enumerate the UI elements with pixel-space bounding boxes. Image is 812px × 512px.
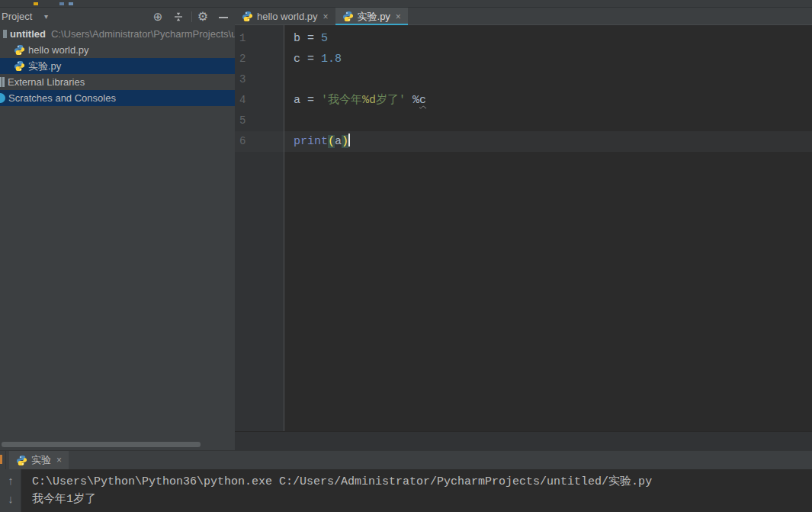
text-cursor xyxy=(348,134,350,147)
editor-area: hello world.py×实验.py× 123456 b = 5c = 1.… xyxy=(235,8,812,450)
code-token: b = xyxy=(294,32,321,45)
python-icon xyxy=(13,60,25,72)
console-output: C:\Users\Python\Python36\python.exe C:/U… xyxy=(32,473,812,508)
code-line-2[interactable]: c = 1.8 xyxy=(284,49,812,69)
code-token: c = xyxy=(294,53,321,66)
line-number: 6 xyxy=(235,131,284,152)
editor-tab-bar: hello world.py×实验.py× xyxy=(235,8,812,25)
console-gutter: ↑ ↓ xyxy=(0,469,21,512)
toolbar-remnant-icon xyxy=(34,2,38,5)
tree-item-hello world.py[interactable]: hello world.py xyxy=(0,42,235,58)
run-tool-window: 实验 × ↑ ↓ C:\Users\Python\Python36\python… xyxy=(0,450,812,512)
tree-item-label: Scratches and Consoles xyxy=(8,90,116,106)
down-arrow-icon[interactable]: ↓ xyxy=(0,492,21,505)
line-number: 4 xyxy=(235,90,284,111)
python-icon xyxy=(13,44,25,56)
scratches-icon xyxy=(0,93,5,103)
code-token: % xyxy=(406,94,419,107)
tab-label: 实验.py xyxy=(358,10,390,24)
tree-item-label: untitled xyxy=(10,26,46,42)
code-token: ( xyxy=(328,135,335,148)
gear-icon[interactable]: ⚙ xyxy=(195,9,210,24)
tree-item-External Libraries[interactable]: External Libraries xyxy=(0,74,235,90)
run-tab[interactable]: 实验 × xyxy=(9,451,69,469)
run-console[interactable]: ↑ ↓ C:\Users\Python\Python36\python.exe … xyxy=(0,469,812,512)
scrollbar-thumb[interactable] xyxy=(2,442,201,447)
code-token: ) xyxy=(342,135,348,148)
python-icon xyxy=(242,11,253,22)
tab-label: hello world.py xyxy=(257,11,318,22)
code-token: c xyxy=(419,94,426,107)
tree-item-label: 实验.py xyxy=(28,58,61,74)
project-tool-window: Project ▾ ⊕ ⚙ untitledC:\Users\Administr… xyxy=(0,8,235,450)
horizontal-scrollbar[interactable] xyxy=(0,442,235,448)
code-line-6[interactable]: print(a) xyxy=(284,131,812,152)
code-token: 1.8 xyxy=(321,53,342,66)
code-line-4[interactable]: a = '我今年%d岁了' %c xyxy=(284,90,812,111)
python-icon xyxy=(16,455,27,466)
code-token: 岁了' xyxy=(376,94,406,107)
tree-item-Scratches and Consoles[interactable]: Scratches and Consoles xyxy=(0,90,235,106)
run-tab-bar: 实验 × xyxy=(0,451,812,469)
line-number: 1 xyxy=(235,28,284,49)
code-token: %d xyxy=(362,94,376,107)
divider xyxy=(5,451,6,469)
code-token: a = xyxy=(294,94,321,107)
project-panel-title[interactable]: Project xyxy=(2,8,32,26)
editor-bottom-strip xyxy=(235,431,812,450)
close-icon[interactable]: × xyxy=(323,11,329,22)
code-line-3[interactable] xyxy=(284,69,812,90)
tree-item-label: External Libraries xyxy=(8,74,85,90)
code-column[interactable]: b = 5c = 1.8a = '我今年%d岁了' %cprint(a) xyxy=(284,25,812,431)
code-token: a xyxy=(335,135,342,148)
editor-tab-实验.py[interactable]: 实验.py× xyxy=(335,8,408,25)
toolbar-divider xyxy=(191,11,192,22)
editor-tab-hello world.py[interactable]: hello world.py× xyxy=(235,8,335,25)
line-number: 3 xyxy=(235,69,284,90)
code-area[interactable]: 123456 b = 5c = 1.8a = '我今年%d岁了' %cprint… xyxy=(235,25,812,431)
code-line-5[interactable] xyxy=(284,111,812,131)
console-output-line: 我今年1岁了 xyxy=(32,491,812,508)
run-tab-label: 实验 xyxy=(31,453,51,467)
up-arrow-icon[interactable]: ↑ xyxy=(0,474,21,487)
chevron-down-icon[interactable]: ▾ xyxy=(44,8,48,26)
toolbar-remnant-icon xyxy=(69,2,73,5)
pycharm-window: Project ▾ ⊕ ⚙ untitledC:\Users\Administr… xyxy=(0,0,812,512)
code-line-1[interactable]: b = 5 xyxy=(284,28,812,49)
project-panel-header: Project ▾ ⊕ ⚙ xyxy=(0,8,235,26)
cutoff-main-toolbar xyxy=(0,0,812,8)
line-number: 2 xyxy=(235,49,284,69)
locate-file-icon[interactable]: ⊕ xyxy=(150,9,165,24)
tree-item-实验.py[interactable]: 实验.py xyxy=(0,58,235,74)
tree-item-path: C:\Users\Administrator\PycharmProjects\u xyxy=(51,26,235,42)
tree-item-label: hello world.py xyxy=(28,42,89,58)
close-icon[interactable]: × xyxy=(396,11,401,22)
toolbar-remnant-icon xyxy=(59,2,64,5)
cutoff-toolwindow-icon xyxy=(0,455,2,464)
hide-panel-icon[interactable] xyxy=(216,9,231,24)
collapse-all-icon[interactable] xyxy=(171,11,186,26)
console-output-line: C:\Users\Python\Python36\python.exe C:/U… xyxy=(32,473,812,491)
code-token: print xyxy=(294,135,328,148)
python-icon xyxy=(342,11,354,22)
code-token: 5 xyxy=(321,32,328,45)
project-tree: untitledC:\Users\Administrator\PycharmPr… xyxy=(0,26,235,106)
libraries-icon xyxy=(0,77,5,87)
close-icon[interactable]: × xyxy=(56,455,62,465)
folder-icon xyxy=(3,30,7,38)
line-number: 5 xyxy=(235,111,284,131)
tree-item-untitled[interactable]: untitledC:\Users\Administrator\PycharmPr… xyxy=(0,26,235,42)
code-token: '我今年 xyxy=(321,94,362,107)
editor-gutter: 123456 xyxy=(235,25,284,431)
